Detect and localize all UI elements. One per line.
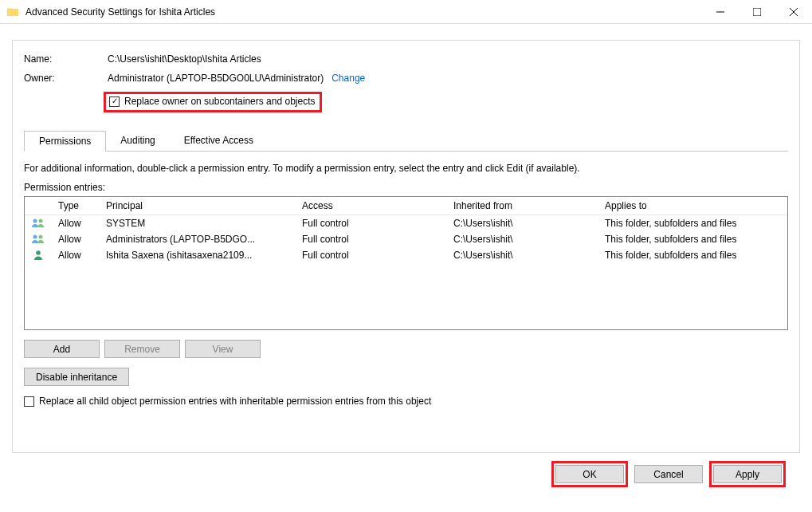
ok-highlight: OK <box>551 461 628 487</box>
table-body: AllowSYSTEMFull controlC:\Users\ishit\Th… <box>25 215 787 263</box>
name-label: Name: <box>24 53 108 65</box>
replace-child-row: Replace all child object permission entr… <box>24 396 788 407</box>
titlebar: Advanced Security Settings for Ishita Ar… <box>0 0 812 24</box>
cell-applies: This folder, subfolders and files <box>598 218 787 229</box>
tab-strip: Permissions Auditing Effective Access <box>24 130 788 152</box>
svg-point-5 <box>39 219 43 223</box>
cell-type: Allow <box>52 218 100 229</box>
header-type[interactable]: Type <box>52 197 100 215</box>
cell-access: Full control <box>296 234 447 245</box>
apply-button[interactable]: Apply <box>713 465 782 483</box>
inheritance-buttons: Disable inheritance <box>24 368 788 386</box>
principal-icon <box>25 234 52 245</box>
header-access[interactable]: Access <box>296 197 447 215</box>
minimize-button[interactable] <box>702 0 739 23</box>
cell-principal: Ishita Saxena (ishitasaxena2109... <box>100 250 296 261</box>
svg-point-4 <box>33 219 37 223</box>
folder-icon <box>6 6 19 18</box>
name-row: Name: C:\Users\ishit\Desktop\Ishita Arti… <box>24 53 788 65</box>
table-row[interactable]: AllowAdministrators (LAPTOP-B5DGO...Full… <box>25 231 787 247</box>
header-principal[interactable]: Principal <box>100 197 296 215</box>
svg-rect-1 <box>753 8 761 16</box>
cell-applies: This folder, subfolders and files <box>598 234 787 245</box>
tab-effective-access[interactable]: Effective Access <box>170 131 268 152</box>
principal-icon <box>25 218 52 229</box>
remove-button: Remove <box>104 340 180 358</box>
replace-owner-checkbox[interactable]: ✓ <box>109 96 120 107</box>
entry-buttons: Add Remove View <box>24 340 788 358</box>
owner-value: Administrator (LAPTOP-B5DGO0LU\Administr… <box>108 73 324 84</box>
close-button[interactable] <box>775 0 812 23</box>
content-area: Name: C:\Users\ishit\Desktop\Ishita Arti… <box>0 24 812 495</box>
footer-buttons: OK Cancel Apply <box>12 453 800 487</box>
table-header: Type Principal Access Inherited from App… <box>25 197 787 215</box>
cell-access: Full control <box>296 250 447 261</box>
principal-icon <box>25 250 52 261</box>
owner-label: Owner: <box>24 73 108 84</box>
replace-owner-highlight: ✓ Replace owner on subcontainers and obj… <box>104 92 322 112</box>
cell-applies: This folder, subfolders and files <box>598 250 787 261</box>
ok-button[interactable]: OK <box>555 465 624 483</box>
cell-type: Allow <box>52 234 100 245</box>
permission-table: Type Principal Access Inherited from App… <box>24 196 788 330</box>
header-inherited[interactable]: Inherited from <box>447 197 598 215</box>
replace-owner-label: Replace owner on subcontainers and objec… <box>124 96 315 107</box>
inner-panel: Name: C:\Users\ishit\Desktop\Ishita Arti… <box>12 40 800 453</box>
header-icon-col <box>25 197 52 215</box>
cell-inherited: C:\Users\ishit\ <box>447 250 598 261</box>
check-icon: ✓ <box>112 97 118 105</box>
cell-inherited: C:\Users\ishit\ <box>447 234 598 245</box>
header-applies[interactable]: Applies to <box>598 197 787 215</box>
cell-access: Full control <box>296 218 447 229</box>
cancel-button[interactable]: Cancel <box>634 465 703 483</box>
cell-inherited: C:\Users\ishit\ <box>447 218 598 229</box>
svg-point-6 <box>33 235 37 239</box>
cell-type: Allow <box>52 250 100 261</box>
add-button[interactable]: Add <box>24 340 100 358</box>
cell-principal: SYSTEM <box>100 218 296 229</box>
window-title: Advanced Security Settings for Ishita Ar… <box>25 6 702 18</box>
replace-child-label: Replace all child object permission entr… <box>39 396 431 407</box>
table-row[interactable]: AllowSYSTEMFull controlC:\Users\ishit\Th… <box>25 215 787 231</box>
cell-principal: Administrators (LAPTOP-B5DGO... <box>100 234 296 245</box>
table-row[interactable]: AllowIshita Saxena (ishitasaxena2109...F… <box>25 247 787 263</box>
replace-child-checkbox[interactable] <box>24 396 34 407</box>
maximize-button[interactable] <box>739 0 775 23</box>
owner-row: Owner: Administrator (LAPTOP-B5DGO0LU\Ad… <box>24 73 788 84</box>
svg-point-8 <box>36 250 41 255</box>
info-text: For additional information, double-click… <box>24 163 788 174</box>
view-button: View <box>185 340 261 358</box>
entries-label: Permission entries: <box>24 182 788 193</box>
tab-permissions[interactable]: Permissions <box>24 131 106 152</box>
tab-auditing[interactable]: Auditing <box>106 131 169 152</box>
svg-point-7 <box>39 235 43 239</box>
change-owner-link[interactable]: Change <box>331 73 365 84</box>
apply-highlight: Apply <box>709 461 786 487</box>
window-controls <box>702 0 812 23</box>
name-value: C:\Users\ishit\Desktop\Ishita Articles <box>108 53 261 65</box>
disable-inheritance-button[interactable]: Disable inheritance <box>24 368 129 386</box>
